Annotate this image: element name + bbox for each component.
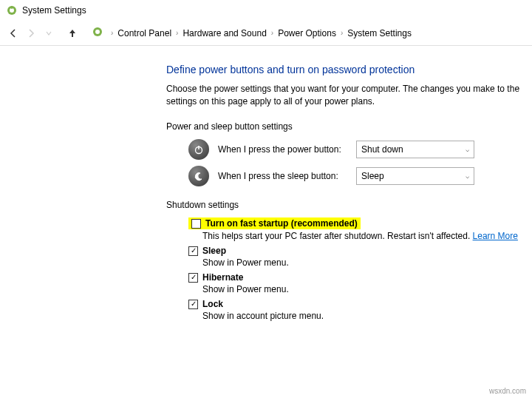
main-content: Define power buttons and turn on passwor… — [0, 46, 532, 321]
shutdown-settings-list: Turn on fast startup (recommended) This … — [188, 217, 532, 321]
learn-more-link[interactable]: Learn More — [473, 231, 518, 241]
lock-checkbox[interactable] — [188, 300, 198, 309]
breadcrumb-item[interactable]: Control Panel — [117, 28, 171, 38]
window-title: System Settings — [22, 5, 86, 16]
power-button-action-dropdown[interactable]: Shut down ⌵ — [356, 141, 474, 158]
hibernate-row: Hibernate — [188, 272, 532, 283]
chevron-right-icon: › — [176, 29, 178, 37]
section-shutdown-label: Shutdown settings — [166, 200, 532, 210]
sleep-row: Sleep — [188, 246, 532, 256]
lock-row: Lock — [188, 299, 532, 309]
dropdown-value: Shut down — [361, 144, 403, 155]
power-options-icon — [6, 4, 18, 16]
section-power-sleep-label: Power and sleep button settings — [166, 121, 532, 132]
dropdown-value: Sleep — [361, 171, 384, 181]
chevron-down-icon: ⌵ — [466, 146, 469, 153]
power-options-icon — [92, 26, 106, 41]
chevron-right-icon: › — [111, 29, 113, 37]
sleep-checkbox[interactable] — [188, 246, 198, 256]
fast-startup-checkbox[interactable] — [191, 219, 201, 229]
recent-locations-dropdown[interactable] — [41, 26, 56, 41]
fast-startup-row: Turn on fast startup (recommended) — [188, 217, 532, 229]
sleep-button-row: When I press the sleep button: Sleep ⌵ — [188, 166, 532, 186]
breadcrumb-item[interactable]: Hardware and Sound — [183, 28, 266, 38]
forward-button[interactable] — [24, 26, 38, 41]
sleep-button-action-dropdown[interactable]: Sleep ⌵ — [356, 167, 474, 185]
power-button-row: When I press the power button: Shut down… — [188, 139, 532, 160]
up-button[interactable] — [65, 26, 80, 41]
svg-point-3 — [95, 30, 100, 34]
titlebar: System Settings — [0, 0, 532, 21]
hibernate-checkbox[interactable] — [188, 273, 198, 283]
fast-startup-description: This helps start your PC faster after sh… — [202, 231, 532, 241]
sleep-icon — [188, 166, 209, 186]
breadcrumb: › Control Panel › Hardware and Sound › P… — [92, 26, 412, 41]
watermark: wsxdn.com — [489, 387, 526, 395]
navigation-bar: › Control Panel › Hardware and Sound › P… — [0, 21, 532, 46]
hibernate-title: Hibernate — [202, 272, 243, 283]
chevron-right-icon: › — [271, 29, 273, 37]
breadcrumb-item[interactable]: Power Options — [278, 28, 336, 38]
page-description: Choose the power settings that you want … — [166, 83, 532, 108]
sleep-description: Show in Power menu. — [202, 257, 532, 268]
fast-startup-title: Turn on fast startup (recommended) — [205, 218, 358, 229]
power-button-label: When I press the power button: — [218, 144, 347, 155]
sleep-title: Sleep — [202, 246, 226, 256]
power-icon — [188, 139, 209, 160]
sleep-button-label: When I press the sleep button: — [218, 171, 347, 181]
back-button[interactable] — [6, 26, 21, 41]
lock-title: Lock — [202, 299, 223, 309]
hibernate-description: Show in Power menu. — [202, 284, 532, 294]
chevron-down-icon: ⌵ — [466, 172, 469, 180]
page-heading: Define power buttons and turn on passwor… — [166, 64, 532, 75]
lock-description: Show in account picture menu. — [202, 311, 532, 321]
chevron-right-icon: › — [341, 29, 343, 37]
breadcrumb-item[interactable]: System Settings — [347, 28, 412, 38]
